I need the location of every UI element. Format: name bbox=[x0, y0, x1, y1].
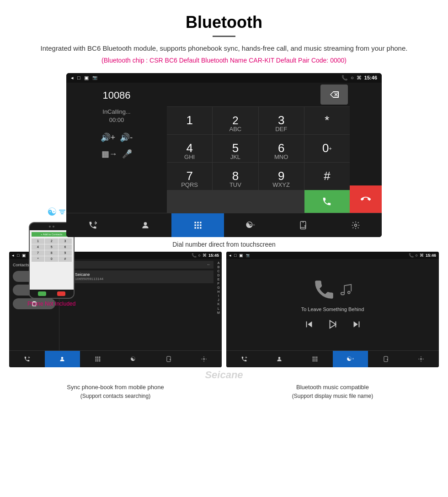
svg-rect-38 bbox=[313, 360, 314, 361]
play-pause-button[interactable] bbox=[328, 319, 338, 332]
window-icon-sm: □ bbox=[17, 253, 19, 258]
call-transfer-button[interactable] bbox=[66, 213, 119, 237]
answer-call-button[interactable] bbox=[304, 190, 350, 213]
key-6[interactable]: 6MNO bbox=[259, 135, 304, 162]
contact-list-item[interactable]: Seicane 10655059113144 bbox=[61, 270, 213, 283]
key-3[interactable]: 3DEF bbox=[259, 107, 304, 134]
header-divider bbox=[213, 36, 235, 37]
svg-rect-7 bbox=[194, 227, 196, 228]
dialer-status: InCalling... 00:00 bbox=[102, 108, 130, 124]
svg-rect-1 bbox=[194, 222, 196, 223]
bottom-captions: Sync phone-book from mobile phone(Suppor… bbox=[0, 383, 448, 401]
search-input-display[interactable]: | bbox=[70, 262, 205, 267]
call-btn-sm[interactable] bbox=[9, 351, 45, 367]
signal-waves bbox=[59, 210, 65, 214]
key-1[interactable]: 1 bbox=[167, 107, 212, 134]
key-5[interactable]: 5JKL bbox=[213, 135, 258, 162]
sim-icon: 📷 bbox=[92, 75, 97, 80]
keypad-btn-ms[interactable] bbox=[297, 351, 333, 367]
svg-rect-24 bbox=[167, 356, 171, 362]
keypad-btn-sm[interactable] bbox=[80, 351, 116, 367]
back-icon-ms: ◂ bbox=[229, 253, 231, 258]
svg-point-11 bbox=[354, 224, 357, 226]
svg-rect-41 bbox=[384, 356, 388, 362]
music-icon-area bbox=[313, 278, 353, 301]
svg-rect-19 bbox=[97, 358, 98, 359]
svg-rect-39 bbox=[315, 360, 315, 361]
phone-transfer-btn-ms[interactable] bbox=[368, 351, 404, 367]
window-icon: □ bbox=[77, 75, 80, 80]
key-hash[interactable]: # bbox=[304, 163, 350, 190]
svg-rect-9 bbox=[200, 227, 201, 228]
bluetooth-signal-icon: ☯ bbox=[47, 206, 57, 218]
svg-point-31 bbox=[278, 357, 281, 359]
watermark: Seicane bbox=[0, 369, 448, 381]
sim-icon-ms: 📷 bbox=[246, 254, 250, 257]
svg-rect-16 bbox=[97, 356, 98, 357]
bluetooth-btn-ms[interactable]: ☯+ bbox=[333, 351, 368, 367]
svg-rect-40 bbox=[316, 360, 317, 361]
phone-transfer-button[interactable] bbox=[277, 213, 329, 237]
contacts-right-panel: | ← Seicane 10655059113144 bbox=[59, 259, 215, 350]
svg-point-26 bbox=[347, 291, 350, 294]
svg-rect-36 bbox=[315, 358, 315, 359]
wifi-icon: ⌘ bbox=[357, 75, 362, 81]
header-description: Integrated with BC6 Bluetooth module, su… bbox=[27, 43, 421, 54]
transfer-icon[interactable]: ▦→ bbox=[101, 149, 117, 159]
settings-btn-sm[interactable] bbox=[187, 351, 222, 367]
key-9[interactable]: 9WXYZ bbox=[259, 163, 304, 190]
call-btn-ms[interactable] bbox=[226, 351, 262, 367]
backspace-icon-sm: ← bbox=[207, 262, 211, 267]
svg-rect-20 bbox=[99, 358, 100, 359]
contacts-button[interactable] bbox=[119, 213, 171, 237]
svg-rect-22 bbox=[97, 360, 98, 361]
end-call-button[interactable] bbox=[350, 185, 382, 213]
settings-btn-ms[interactable] bbox=[404, 351, 439, 367]
music-screen: ◂ □ ▣ 📷 📞 ○ ⌘ 15:46 bbox=[226, 252, 439, 367]
key-8[interactable]: 8TUV bbox=[213, 163, 258, 190]
contacts-btn-ms[interactable] bbox=[262, 351, 298, 367]
svg-point-25 bbox=[203, 358, 205, 360]
phone-transfer-btn-sm[interactable] bbox=[151, 351, 187, 367]
key-4[interactable]: 4GHI bbox=[167, 135, 212, 162]
page-header: Bluetooth Integrated with BC6 Bluetooth … bbox=[0, 0, 448, 69]
keypad-button[interactable] bbox=[171, 213, 224, 237]
dialer-left: 10086 InCalling... 00:00 🔊+ 🔊- ▦→ 🎤 bbox=[66, 83, 167, 213]
mic-icon[interactable]: 🎤 bbox=[122, 149, 132, 159]
song-title: To Leave Something Behind bbox=[301, 307, 364, 312]
music-bottom-bar: ☯+ bbox=[226, 350, 439, 367]
back-icon: ◂ bbox=[71, 75, 74, 81]
key-star[interactable]: * bbox=[304, 107, 350, 134]
status-bar-right: 📞 ○ ⌘ 15:46 bbox=[341, 75, 377, 81]
key-0plus[interactable]: 0+ bbox=[304, 135, 350, 162]
music-screen-wrap: ◂ □ ▣ 📷 📞 ○ ⌘ 15:46 bbox=[226, 252, 439, 367]
volume-up-icon[interactable]: 🔊+ bbox=[101, 132, 116, 143]
volume-down-icon[interactable]: 🔊- bbox=[120, 132, 133, 143]
svg-point-14 bbox=[61, 357, 64, 359]
svg-rect-21 bbox=[96, 360, 96, 361]
bluetooth-btn-sm[interactable]: ☯ bbox=[116, 351, 151, 367]
svg-rect-33 bbox=[315, 356, 315, 357]
square-icon-ms: ▣ bbox=[239, 253, 243, 258]
svg-rect-27 bbox=[306, 322, 307, 328]
main-screen-container: ◂ □ ▣ 📷 📞 ○ ⌘ 15:46 10086 In bbox=[0, 73, 448, 237]
key-7[interactable]: 7PQRS bbox=[167, 163, 212, 190]
music-screen-body: To Leave Something Behind bbox=[226, 259, 439, 350]
main-screen: ◂ □ ▣ 📷 📞 ○ ⌘ 15:46 10086 In bbox=[66, 73, 382, 237]
contacts-btn-sm[interactable] bbox=[45, 351, 80, 367]
settings-button[interactable] bbox=[329, 213, 382, 237]
main-status-bar: ◂ □ ▣ 📷 📞 ○ ⌘ 15:46 bbox=[66, 73, 382, 83]
phone-icon-ms: 📞 bbox=[409, 253, 414, 258]
bluetooth-button[interactable]: ☯ + bbox=[224, 213, 277, 237]
location-icon-sm: ○ bbox=[198, 253, 201, 258]
phone-icon: 📞 bbox=[341, 75, 348, 81]
dialer-bottom-bar: ☯ + bbox=[66, 213, 382, 237]
next-track-button[interactable] bbox=[352, 319, 362, 332]
phone-music-icon bbox=[313, 278, 336, 301]
key-2[interactable]: 2ABC bbox=[213, 107, 258, 134]
location-icon: ○ bbox=[351, 75, 354, 80]
alpha-list: A B C D E F G H I J K L M bbox=[215, 259, 222, 350]
prev-track-button[interactable] bbox=[304, 319, 314, 332]
transfer-controls: ▦→ 🎤 bbox=[101, 149, 132, 159]
backspace-key[interactable] bbox=[320, 85, 348, 105]
